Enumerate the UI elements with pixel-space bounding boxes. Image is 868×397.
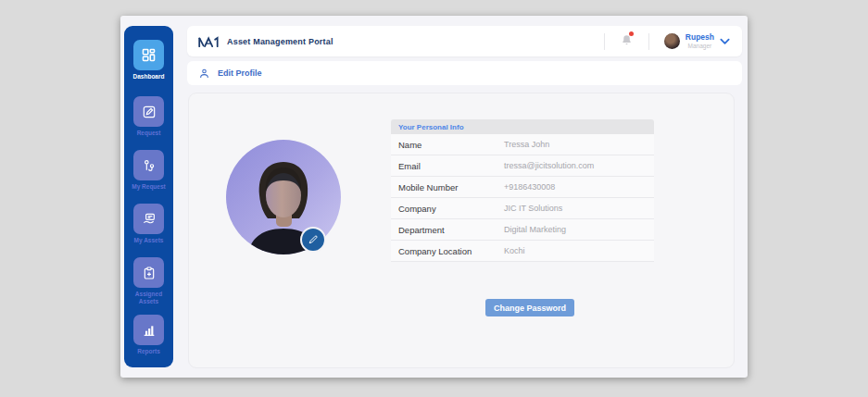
table-row: Mobile Number +9186430008	[391, 177, 654, 198]
top-header: Asset Management Portal Rupesh Manager	[187, 26, 742, 56]
user-role: Manager	[686, 43, 714, 49]
sidebar-item-my-assets[interactable]: My Assets	[124, 204, 173, 244]
section-title: Your Personal Info	[398, 123, 464, 131]
divider	[648, 33, 649, 50]
chevron-down-icon	[720, 38, 730, 45]
profile-card: Your Personal Info Name Tressa John Emai…	[188, 93, 735, 368]
field-value: JIC IT Solutions	[504, 204, 562, 213]
table-row: Company JIC IT Solutions	[391, 198, 654, 219]
reports-chart-icon	[133, 315, 164, 345]
field-label: Mobile Number	[391, 182, 458, 192]
app-window: Dashboard Request My Request	[120, 16, 748, 378]
page-title: Edit Profile	[218, 68, 262, 78]
sidebar-item-assigned-assets[interactable]: Assigned Assets	[124, 257, 173, 305]
pencil-icon	[308, 234, 319, 245]
change-password-button[interactable]: Change Password	[485, 299, 574, 316]
sidebar-item-label: Dashboard	[125, 73, 173, 81]
sidebar-item-label: Reports	[125, 348, 173, 355]
divider	[604, 33, 605, 50]
request-edit-icon	[133, 96, 164, 127]
sidebar-item-label: My Request	[125, 183, 173, 191]
table-row: Name Tressa John	[391, 134, 654, 155]
field-label: Company	[391, 204, 436, 214]
table-row: Company Location Kochi	[391, 241, 654, 262]
edit-photo-button[interactable]	[300, 227, 326, 253]
field-label: Company Location	[391, 246, 472, 256]
notification-dot	[629, 31, 634, 36]
brand: Asset Management Portal	[187, 35, 604, 48]
field-label: Email	[391, 161, 421, 171]
my-assets-hand-icon	[133, 204, 164, 234]
sidebar-item-label: Request	[125, 130, 173, 137]
dashboard-grid-icon	[133, 40, 164, 70]
page-title-bar: Edit Profile	[187, 61, 742, 85]
user-name: Rupesh	[686, 33, 714, 42]
personal-info-table: Your Personal Info Name Tressa John Emai…	[391, 119, 654, 262]
person-icon	[198, 68, 210, 80]
sidebar-item-dashboard[interactable]: Dashboard	[124, 40, 173, 81]
table-row: Email tressa@jicitsolution.com	[391, 155, 654, 177]
field-value: Tressa John	[504, 140, 549, 149]
user-menu[interactable]: Rupesh Manager	[664, 33, 730, 49]
field-value: +9186430008	[504, 182, 555, 192]
sidebar: Dashboard Request My Request	[124, 26, 173, 367]
sidebar-item-my-request[interactable]: My Request	[124, 150, 173, 191]
field-value: Kochi	[504, 246, 525, 255]
field-label: Department	[391, 225, 445, 235]
field-label: Name	[391, 140, 421, 150]
notifications-button[interactable]	[621, 33, 633, 50]
my-request-pin-icon	[133, 150, 164, 180]
sidebar-item-label: My Assets	[125, 237, 173, 244]
sidebar-item-label: Assigned Assets	[125, 291, 173, 305]
user-avatar	[664, 33, 680, 49]
sidebar-item-request[interactable]: Request	[124, 96, 173, 137]
sidebar-item-reports[interactable]: Reports	[124, 315, 173, 355]
assigned-assets-clipboard-icon	[133, 257, 164, 288]
brand-title: Asset Management Portal	[227, 37, 333, 46]
personal-info-header: Your Personal Info	[391, 119, 654, 134]
logo-icon	[197, 35, 220, 48]
table-row: Department Digital Marketing	[391, 219, 654, 241]
field-value: Digital Marketing	[504, 225, 566, 234]
field-value: tressa@jicitsolution.com	[504, 161, 594, 170]
